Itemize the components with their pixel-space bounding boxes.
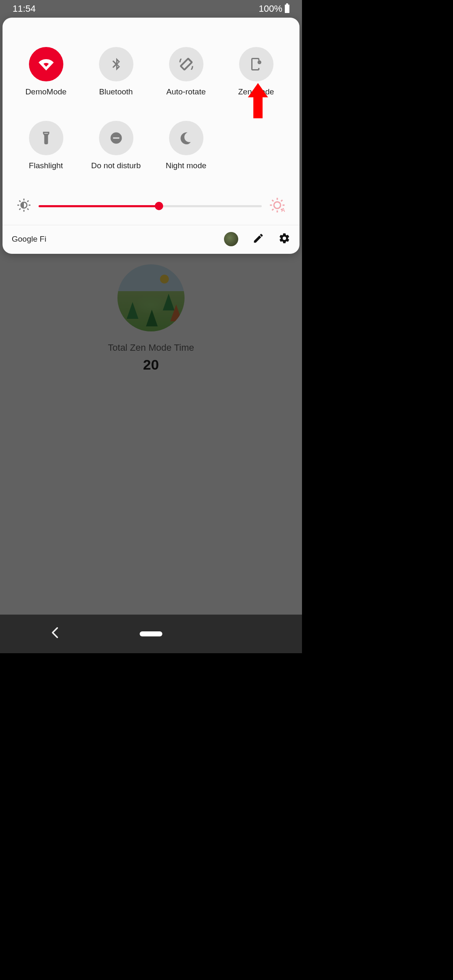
- auto-brightness-toggle[interactable]: A: [269, 197, 285, 215]
- dnd-tile-label: Do not disturb: [91, 161, 141, 170]
- svg-line-6: [27, 209, 29, 210]
- flashlight-tile[interactable]: Flashlight: [11, 121, 81, 170]
- bluetooth-icon: [99, 47, 133, 81]
- user-avatar-button[interactable]: [224, 232, 238, 246]
- auto-rotate-tile-label: Auto-rotate: [167, 87, 206, 96]
- dnd-icon: [99, 121, 133, 155]
- svg-line-7: [19, 209, 21, 210]
- nav-home-pill[interactable]: [140, 631, 162, 636]
- wifi-icon: [29, 47, 63, 81]
- brightness-slider[interactable]: [39, 198, 262, 214]
- flashlight-icon: [29, 121, 63, 155]
- svg-line-8: [27, 201, 29, 202]
- svg-line-14: [272, 200, 273, 201]
- zen-mode-icon: [239, 47, 273, 81]
- svg-line-5: [19, 201, 21, 202]
- flashlight-tile-label: Flashlight: [29, 161, 63, 170]
- annotation-arrow: [249, 83, 267, 121]
- dnd-tile[interactable]: Do not disturb: [81, 121, 151, 170]
- night-mode-icon: [169, 121, 203, 155]
- auto-rotate-tile[interactable]: Auto-rotate: [151, 47, 221, 96]
- status-bar: 11:54 100%: [0, 0, 302, 18]
- status-time: 11:54: [13, 3, 36, 14]
- bluetooth-tile[interactable]: Bluetooth: [81, 47, 151, 96]
- bluetooth-tile-label: Bluetooth: [99, 87, 133, 96]
- auto-rotate-icon: [169, 47, 203, 81]
- battery-icon: [285, 5, 289, 13]
- status-battery-pct: 100%: [259, 3, 282, 14]
- svg-line-17: [281, 200, 282, 201]
- wifi-tile[interactable]: DemoMode: [11, 47, 81, 96]
- svg-text:A: A: [281, 207, 285, 213]
- wifi-tile-label: DemoMode: [25, 87, 66, 96]
- carrier-label: Google Fi: [12, 235, 46, 244]
- night-mode-tile-label: Night mode: [166, 161, 206, 170]
- quick-settings-panel: DemoMode Bluetooth Auto-rotate Zen Mode: [3, 18, 299, 254]
- night-mode-tile[interactable]: Night mode: [151, 121, 221, 170]
- settings-button[interactable]: [279, 232, 290, 246]
- svg-point-9: [274, 202, 281, 209]
- edit-tiles-button[interactable]: [253, 232, 264, 246]
- navigation-bar: [0, 615, 302, 653]
- brightness-low-icon: [17, 198, 31, 214]
- nav-back-button[interactable]: [51, 627, 59, 641]
- svg-line-16: [272, 209, 273, 210]
